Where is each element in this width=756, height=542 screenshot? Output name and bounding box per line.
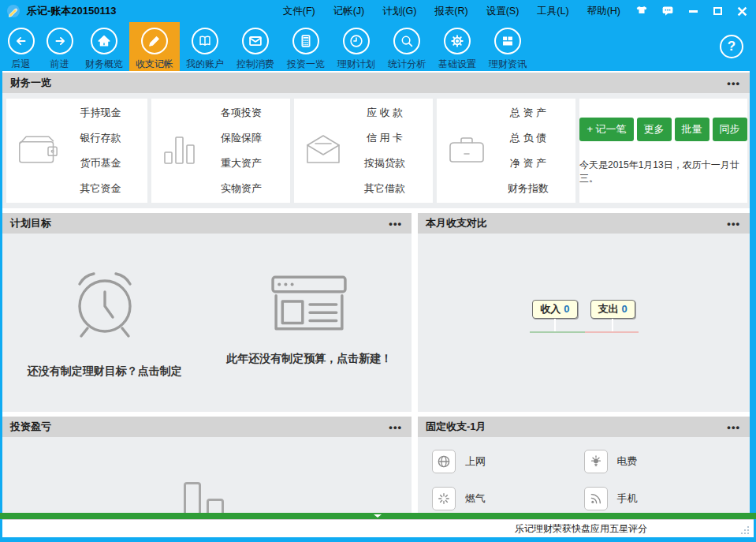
toolbar-label: 后退 bbox=[12, 58, 31, 71]
card-item[interactable]: 应 收 款 bbox=[341, 106, 428, 120]
goal-target-placeholder[interactable]: 还没有制定理财目标？点击制定 bbox=[2, 234, 207, 412]
financial-plan-button[interactable]: 理财计划 bbox=[331, 22, 382, 71]
card-actions: + 记一笔 更多 批量 同步 今天是2015年1月13日，农历十一月廿三。 bbox=[579, 99, 747, 203]
more-menu-button[interactable]: ••• bbox=[389, 218, 402, 230]
fixed-item-label: 电费 bbox=[617, 454, 638, 469]
feedback-bubble-icon[interactable] bbox=[661, 5, 675, 17]
record-entry-button[interactable]: + 记一笔 bbox=[579, 118, 633, 141]
more-button[interactable]: 更多 bbox=[637, 118, 672, 141]
more-menu-button[interactable]: ••• bbox=[389, 421, 402, 433]
fixed-item-internet[interactable]: 上网 bbox=[432, 450, 584, 473]
menu-report[interactable]: 报表(R) bbox=[434, 5, 467, 18]
panel-month-compare: 本月收支对比 ••• 收入0 bbox=[418, 213, 750, 412]
card-item[interactable]: 按揭贷款 bbox=[341, 156, 428, 170]
income-expense-record-button[interactable]: 收支记帐 bbox=[129, 22, 180, 71]
more-menu-button[interactable]: ••• bbox=[727, 77, 740, 89]
card-item[interactable]: 银行存款 bbox=[58, 131, 143, 145]
toolbar-label: 理财计划 bbox=[337, 58, 375, 71]
open-book-icon bbox=[192, 28, 218, 54]
wallet-icon bbox=[17, 132, 58, 170]
resize-grip[interactable] bbox=[740, 525, 750, 535]
card-item[interactable]: 实物资产 bbox=[197, 181, 285, 196]
today-date-text: 今天是2015年1月13日，农历十一月廿三。 bbox=[579, 159, 747, 185]
rss-icon bbox=[584, 487, 608, 510]
goal-target-text[interactable]: 还没有制定理财目标？点击制定 bbox=[28, 364, 182, 379]
card-item[interactable]: 总 负 债 bbox=[486, 131, 571, 145]
income-tooltip[interactable]: 收入0 bbox=[532, 300, 577, 319]
expense-line bbox=[585, 331, 639, 333]
spending-control-button[interactable]: 控制消费 bbox=[230, 22, 281, 71]
more-menu-button[interactable]: ••• bbox=[727, 421, 740, 433]
card-item[interactable]: 信 用 卡 bbox=[341, 131, 428, 145]
skin-theme-icon[interactable] bbox=[635, 5, 649, 17]
toolbar-label: 统计分析 bbox=[388, 58, 426, 71]
menu-plan[interactable]: 计划(G) bbox=[382, 5, 416, 18]
minimize-button[interactable] bbox=[687, 5, 699, 17]
card-item[interactable]: 财务指数 bbox=[486, 181, 571, 196]
finance-overview-button[interactable]: 财务概览 bbox=[79, 22, 129, 71]
menu-file[interactable]: 文件(F) bbox=[283, 5, 315, 18]
open-envelope-icon bbox=[305, 133, 341, 169]
forward-button[interactable]: 前进 bbox=[40, 22, 79, 71]
toolbar: 后退 前进 财务概览 收支记帐 我的账户 控制消费 投资一览 理财计划 bbox=[0, 22, 756, 71]
expense-tooltip-col: 支出0 bbox=[590, 300, 635, 331]
card-item[interactable]: 手持现金 bbox=[58, 106, 143, 120]
sync-button[interactable]: 同步 bbox=[713, 118, 747, 141]
notification-bar[interactable] bbox=[0, 513, 756, 519]
card-item[interactable]: 总 资 产 bbox=[486, 106, 571, 120]
status-notice-text[interactable]: 乐记理财荣获快盘应用五星评分 bbox=[515, 520, 647, 538]
fixed-item-gas[interactable]: 燃气 bbox=[432, 487, 584, 510]
settings-button[interactable]: 基础设置 bbox=[432, 22, 482, 71]
row-bottom: 投资盈亏 ••• 固定收支-1月 ••• bbox=[2, 417, 750, 513]
panel-finance-header: 财务一览 ••• bbox=[2, 73, 750, 93]
window-title: 乐记-账本20150113 bbox=[27, 4, 116, 18]
card-item[interactable]: 其它借款 bbox=[341, 181, 428, 196]
alarm-clock-icon bbox=[64, 262, 146, 344]
card-item[interactable]: 净 资 产 bbox=[486, 156, 571, 170]
card-net-worth[interactable]: 总 资 产 总 负 债 净 资 产 财务指数 bbox=[437, 99, 575, 203]
fixed-item-electricity[interactable]: 电费 bbox=[584, 450, 736, 473]
income-value: 0 bbox=[564, 303, 569, 315]
expense-tick bbox=[612, 319, 613, 331]
more-menu-button[interactable]: ••• bbox=[727, 218, 740, 230]
compare-chart: 收入0 支出0 bbox=[418, 300, 750, 333]
finance-news-button[interactable]: 理财资讯 bbox=[482, 22, 533, 71]
card-investments[interactable]: 各项投资 保险保障 重大资产 实物资产 bbox=[151, 99, 290, 203]
expense-tooltip[interactable]: 支出0 bbox=[590, 300, 635, 319]
panel-plan-header: 计划目标 ••• bbox=[2, 213, 412, 234]
income-line bbox=[530, 331, 585, 333]
card-item[interactable]: 重大资产 bbox=[197, 156, 285, 170]
menu-record[interactable]: 记帐(J) bbox=[333, 5, 365, 18]
card-item[interactable]: 货币基金 bbox=[58, 156, 143, 170]
minimize-icon bbox=[689, 10, 698, 13]
card-item[interactable]: 保险保障 bbox=[197, 131, 285, 145]
close-button[interactable] bbox=[736, 5, 748, 17]
statistics-button[interactable]: 统计分析 bbox=[382, 22, 432, 71]
plan-body: 还没有制定理财目标？点击制定 此年还没有制定预算，点击新建！ bbox=[2, 234, 412, 412]
investment-list-button[interactable]: 投资一览 bbox=[281, 22, 331, 71]
goal-budget-placeholder[interactable]: 此年还没有制定预算，点击新建！ bbox=[207, 234, 412, 412]
card-item[interactable]: 其它资金 bbox=[58, 181, 143, 196]
my-accounts-button[interactable]: 我的账户 bbox=[180, 22, 230, 71]
help-button[interactable]: ? bbox=[720, 35, 743, 58]
card-net-worth-labels: 总 资 产 总 负 债 净 资 产 财务指数 bbox=[486, 106, 575, 196]
envelope-icon bbox=[242, 28, 269, 54]
back-button[interactable]: 后退 bbox=[2, 22, 40, 71]
card-cash[interactable]: 手持现金 银行存款 货币基金 其它资金 bbox=[6, 99, 147, 203]
panel-title: 计划目标 bbox=[10, 216, 51, 230]
card-item[interactable]: 各项投资 bbox=[197, 106, 285, 120]
fixed-item-label: 上网 bbox=[465, 454, 486, 469]
compare-body: 收入0 支出0 bbox=[418, 234, 750, 412]
maximize-button[interactable] bbox=[711, 5, 724, 17]
expense-value: 0 bbox=[622, 303, 628, 315]
menu-settings[interactable]: 设置(S) bbox=[486, 5, 520, 18]
panel-fixed-income-expense: 固定收支-1月 ••• 上网 电费 bbox=[418, 417, 750, 513]
batch-button[interactable]: 批量 bbox=[675, 118, 709, 141]
income-tooltip-col: 收入0 bbox=[532, 300, 577, 331]
menu-tools[interactable]: 工具(L) bbox=[537, 5, 568, 18]
goal-budget-text[interactable]: 此年还没有制定预算，点击新建！ bbox=[226, 352, 392, 366]
browser-window-icon bbox=[270, 275, 348, 331]
card-receivables[interactable]: 应 收 款 信 用 卡 按揭贷款 其它借款 bbox=[294, 99, 433, 203]
menu-help[interactable]: 帮助(H) bbox=[587, 5, 620, 18]
fixed-item-mobile[interactable]: 手机 bbox=[584, 487, 736, 510]
